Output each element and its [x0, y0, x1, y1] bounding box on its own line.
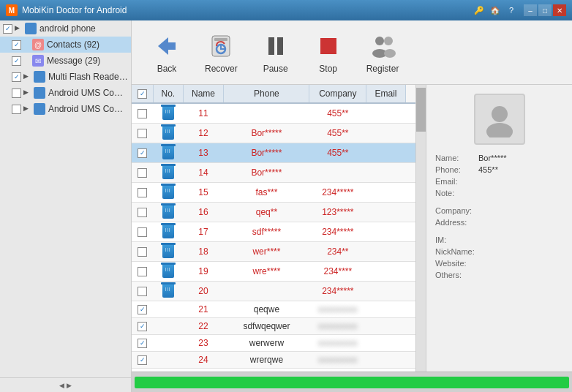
recover-icon [206, 31, 236, 61]
row-checkbox[interactable] [138, 148, 147, 158]
row-phone: xxxxxxxxx [309, 301, 366, 318]
row-checkbox[interactable] [138, 168, 147, 178]
row-phone: xxxxxxxxx [309, 352, 366, 369]
sidebar-item-4[interactable]: ▶Android UMS Com... [0, 85, 131, 101]
sidebar-item-0[interactable]: ▶android phone [0, 20, 131, 37]
delete-icon[interactable] [162, 127, 174, 140]
row-checkbox-cell [132, 183, 154, 203]
register-button[interactable]: Register [361, 29, 405, 77]
row-company [366, 282, 406, 301]
row-company [366, 318, 406, 335]
sidebar-item-5[interactable]: ▶Android UMS Com... [0, 101, 131, 117]
row-checkbox[interactable] [138, 339, 147, 348]
address-label: Address: [435, 218, 475, 227]
table-row[interactable]: 13Bor*****455** [132, 143, 415, 163]
data-table: No. Name Phone Company Email 11455**12Bo… [132, 85, 415, 372]
row-delete-cell [154, 318, 184, 335]
delete-icon[interactable] [162, 206, 174, 219]
sidebar-checkbox[interactable] [12, 105, 21, 114]
expand-icon[interactable]: ▶ [23, 105, 32, 113]
row-name: qeq** [224, 203, 309, 222]
sidebar-item-2[interactable]: ✉Message (29) [0, 53, 131, 69]
row-checkbox[interactable] [138, 287, 147, 296]
minimize-button[interactable]: – [524, 4, 537, 16]
row-email [405, 203, 415, 222]
table-row[interactable]: 17sdf*****234***** [132, 222, 415, 242]
table-row[interactable]: 20234***** [132, 282, 415, 301]
phone-label: Phone: [435, 165, 475, 174]
table-row[interactable]: 21qeqwexxxxxxxxx [132, 301, 415, 318]
sidebar-item-1[interactable]: @Contacts (92) [0, 37, 131, 53]
recover-button[interactable]: Recover [199, 29, 244, 77]
table-row[interactable]: 18wer****234** [132, 242, 415, 262]
delete-icon[interactable] [162, 245, 174, 258]
row-checkbox-cell [132, 222, 154, 242]
table-row[interactable]: 14Bor***** [132, 163, 415, 183]
delete-icon[interactable] [162, 186, 174, 199]
main-container: ▶android phone@Contacts (92)✉Message (29… [0, 20, 572, 392]
maximize-button[interactable]: □ [538, 4, 552, 16]
table-row[interactable]: 15fas***234***** [132, 183, 415, 203]
row-checkbox[interactable] [138, 355, 147, 365]
table-row[interactable]: 23werwerwxxxxxxxxx [132, 335, 415, 352]
sidebar-item-icon [34, 71, 45, 83]
row-phone: xxxxxxxxx [309, 318, 366, 335]
delete-icon[interactable] [162, 166, 174, 179]
sidebar-item-icon [34, 87, 45, 99]
table-row[interactable]: 19wre****234**** [132, 262, 415, 282]
key-icon[interactable]: 🔑 [473, 4, 486, 16]
home-icon[interactable]: 🏠 [489, 4, 502, 16]
stop-button[interactable]: Stop [308, 29, 349, 77]
row-checkbox[interactable] [138, 129, 147, 138]
row-no: 18 [183, 242, 224, 262]
scrollbar-thumb[interactable] [416, 88, 426, 132]
table-container: No. Name Phone Company Email 11455**12Bo… [132, 85, 572, 372]
svg-point-19 [492, 106, 508, 122]
row-checkbox[interactable] [138, 109, 147, 118]
row-delete-cell [154, 203, 184, 222]
sidebar-item-3[interactable]: ▶Multi Flash Reader ... [0, 69, 131, 85]
row-no: 17 [183, 222, 224, 242]
delete-icon[interactable] [162, 107, 174, 120]
table-row[interactable]: 22sdfwqeqwerxxxxxxxxx [132, 318, 415, 335]
table-row[interactable]: 12Bor*****455** [132, 124, 415, 143]
close-button[interactable]: ✕ [553, 4, 566, 16]
delete-icon[interactable] [162, 146, 174, 159]
select-all-checkbox[interactable] [138, 89, 147, 99]
sidebar-checkbox[interactable] [12, 88, 21, 98]
row-checkbox[interactable] [138, 247, 147, 257]
delete-icon[interactable] [162, 265, 174, 278]
expand-icon[interactable]: ▶ [23, 88, 32, 97]
row-checkbox[interactable] [138, 208, 147, 217]
table-header-row: No. Name Phone Company Email [132, 85, 415, 103]
sidebar-checkbox[interactable] [12, 56, 21, 66]
sidebar-checkbox[interactable] [12, 72, 21, 82]
back-button[interactable]: Back [146, 29, 187, 77]
expand-icon[interactable]: ▶ [15, 24, 23, 33]
row-checkbox[interactable] [138, 227, 147, 237]
row-no: 22 [183, 318, 224, 335]
expand-icon[interactable]: ▶ [23, 72, 32, 81]
row-checkbox[interactable] [138, 322, 147, 331]
website-label: Website: [435, 259, 475, 268]
table-row[interactable]: 24wrerqwexxxxxxxxx [132, 352, 415, 369]
row-company [366, 163, 406, 183]
sidebar-checkbox[interactable] [12, 40, 21, 50]
sidebar-scroll[interactable]: ▶android phone@Contacts (92)✉Message (29… [0, 20, 131, 377]
row-checkbox[interactable] [138, 188, 147, 197]
header-email: Email [366, 85, 406, 103]
help-icon[interactable]: ? [505, 4, 518, 16]
sidebar-bottom: ◀ ▶ [0, 377, 131, 392]
data-table-wrapper[interactable]: No. Name Phone Company Email 11455**12Bo… [132, 85, 415, 372]
delete-icon[interactable] [162, 284, 174, 298]
row-checkbox[interactable] [138, 305, 147, 314]
row-checkbox[interactable] [138, 267, 147, 276]
table-scrollbar[interactable] [415, 85, 426, 372]
pause-button[interactable]: Pause [255, 29, 296, 77]
row-delete-cell [154, 262, 184, 282]
table-row[interactable]: 11455** [132, 103, 415, 124]
table-row[interactable]: 16qeq**123***** [132, 203, 415, 222]
sidebar-checkbox[interactable] [3, 24, 12, 34]
contact-website-field: Website: [435, 259, 563, 268]
delete-icon[interactable] [162, 225, 174, 238]
